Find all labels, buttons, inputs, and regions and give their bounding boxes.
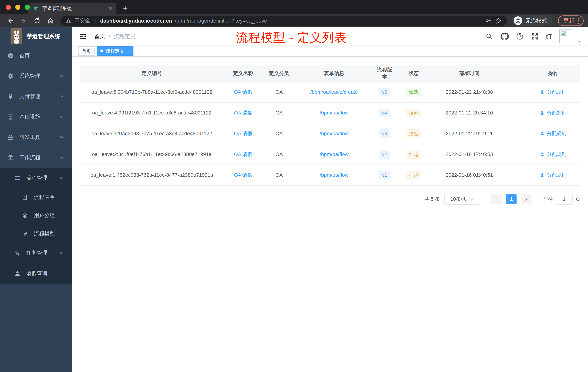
- assign-rule-button[interactable]: 分配规则: [540, 89, 567, 95]
- sidebar-item-label: 支付管理: [19, 93, 40, 100]
- page-size-select[interactable]: 10条/页: [444, 194, 480, 205]
- chevron-down-icon: [59, 135, 64, 140]
- new-tab-button[interactable]: +: [123, 4, 128, 13]
- assign-rule-button[interactable]: 分配规则: [540, 151, 567, 158]
- back-icon[interactable]: [4, 16, 16, 26]
- bookmark-star-icon[interactable]: [495, 17, 502, 24]
- assign-rule-button[interactable]: 分配规则: [540, 172, 567, 178]
- next-page-button[interactable]: ›: [521, 194, 531, 204]
- definition-category: OA: [263, 89, 295, 95]
- form-link[interactable]: /bpm/oa/flow: [320, 152, 348, 157]
- table-row: oa_leave:5:004b710b-7b8a-11ec-8ef0-acde4…: [80, 82, 580, 103]
- form-link[interactable]: /bpm/oa/flow: [320, 131, 348, 136]
- sidebar-item-process-form[interactable]: 流程表单: [0, 188, 72, 206]
- briefcase-icon: [7, 154, 14, 161]
- table-row: oa_leave:2:3c1f0ef1-76b1-11ec-9c66-a2380…: [80, 144, 580, 165]
- maximize-window-button[interactable]: [25, 5, 30, 10]
- main-area: 流程模型 - 定义列表 首页 / 流程定义: [72, 27, 588, 372]
- status-badge: 激活: [406, 88, 421, 97]
- table-row: oa_leave:3:1fad3d93-7b75-11ec-a3c8-acde4…: [80, 123, 580, 144]
- form-link[interactable]: /bpm/oa/leave/create: [310, 89, 358, 95]
- toolbox-icon: [7, 134, 14, 141]
- status-badge: 挂起: [406, 150, 421, 159]
- form-link[interactable]: /bpm/oa/flow: [320, 172, 348, 178]
- deploy-time: 2022-01-16 17:46:53: [431, 152, 508, 157]
- definition-id: oa_leave:5:004b710b-7b8a-11ec-8ef0-acde4…: [80, 89, 224, 95]
- hierarchy-icon: [14, 250, 21, 256]
- github-icon[interactable]: [500, 32, 509, 41]
- version-badge: v4: [379, 109, 390, 117]
- action-label: 分配规则: [547, 172, 567, 178]
- sidebar-item-label: 请假查询: [26, 270, 47, 277]
- tag-close-icon[interactable]: ×: [127, 48, 130, 54]
- sidebar-item-infrastructure[interactable]: 基础设施: [0, 107, 72, 127]
- goto-page-input[interactable]: 1: [556, 194, 573, 205]
- sidebar-item-process-model[interactable]: 流程模型: [0, 225, 72, 243]
- sidebar-item-workflow[interactable]: 工作流程: [0, 147, 72, 168]
- avatar[interactable]: [559, 30, 573, 43]
- hamburger-collapse-icon[interactable]: [79, 33, 87, 40]
- robot-face-icon: [22, 212, 28, 219]
- column-header: 表单信息: [295, 70, 373, 77]
- window-controls[interactable]: [6, 5, 30, 10]
- definition-name-link[interactable]: OA 请假: [234, 130, 252, 137]
- help-icon[interactable]: [516, 32, 524, 41]
- definition-category: OA: [263, 172, 295, 178]
- action-label: 分配规则: [547, 130, 567, 137]
- definition-name-link[interactable]: OA 请假: [234, 172, 252, 178]
- close-window-button[interactable]: [6, 5, 11, 10]
- browser-menu-icon[interactable]: [578, 18, 579, 24]
- sidebar-item-leave-query[interactable]: 请假查询: [0, 263, 72, 284]
- definition-name-link[interactable]: OA 请假: [234, 89, 252, 96]
- breadcrumb-home[interactable]: 首页: [94, 33, 105, 40]
- definition-name-link[interactable]: OA 请假: [234, 109, 252, 116]
- sidebar-item-payment[interactable]: ¥ 支付管理: [0, 86, 72, 107]
- table-header-row: 定义编号 定义名称 定义分类 表单信息 流程版本 状态 部署时间 操作: [80, 65, 580, 82]
- browser-tab[interactable]: 芋道管理系统 ×: [28, 2, 116, 14]
- sidebar-item-label: 流程表单: [34, 194, 55, 201]
- home-icon[interactable]: [45, 16, 56, 26]
- red-annotation-title: 流程模型 - 定义列表: [236, 30, 347, 46]
- search-icon[interactable]: [485, 33, 493, 40]
- column-header: 定义编号: [80, 70, 224, 77]
- screen: 芋道管理系统 × + 不安全 dashboard.yudao.iocoder.c…: [0, 0, 588, 372]
- form-link[interactable]: /bpm/oa/flow: [320, 110, 348, 116]
- reload-icon[interactable]: [31, 16, 43, 26]
- prev-page-button[interactable]: ‹: [491, 194, 502, 204]
- sidebar-item-label: 基础设施: [19, 113, 40, 120]
- form-edit-icon: [22, 194, 28, 201]
- tab-close-icon[interactable]: ×: [109, 5, 112, 11]
- sidebar-item-label: 首页: [19, 52, 30, 59]
- page-number-1[interactable]: 1: [506, 194, 516, 204]
- definition-name-link[interactable]: OA 请假: [234, 151, 252, 158]
- minimize-window-button[interactable]: [15, 5, 20, 10]
- definition-category: OA: [263, 152, 295, 157]
- sidebar-item-user-group[interactable]: 用户分组: [0, 206, 72, 225]
- definition-id: oa_leave:3:1fad3d93-7b75-11ec-a3c8-acde4…: [80, 131, 224, 136]
- action-label: 分配规则: [547, 109, 567, 116]
- chevron-up-icon: [59, 175, 64, 181]
- sidebar-item-label: 工作流程: [19, 154, 40, 161]
- update-button[interactable]: 更新: [558, 15, 584, 26]
- assign-rule-button[interactable]: 分配规则: [540, 130, 567, 137]
- avatar-caret-down-icon[interactable]: [578, 40, 581, 43]
- tag-label: 首页: [82, 48, 91, 54]
- sidebar-item-process-management[interactable]: 流程管理: [0, 168, 72, 188]
- security-label[interactable]: 不安全: [74, 17, 90, 24]
- fullscreen-icon[interactable]: [531, 33, 539, 40]
- sidebar-item-home[interactable]: 首页: [0, 45, 72, 66]
- assign-rule-button[interactable]: 分配规则: [540, 109, 567, 116]
- tag-home[interactable]: 首页: [78, 46, 94, 56]
- deploy-time: 2022-01-22 19:19:11: [431, 131, 508, 136]
- pagination: 共 5 条 10条/页 ‹ 1 › 前往 1 页: [80, 194, 580, 205]
- sidebar-item-system[interactable]: 系统管理: [0, 66, 72, 86]
- font-size-icon[interactable]: tT: [546, 33, 552, 40]
- password-key-icon[interactable]: [485, 17, 492, 24]
- sidebar-item-dev-tools[interactable]: 研发工具: [0, 127, 72, 147]
- tag-process-definition[interactable]: 流程定义 ×: [97, 46, 134, 56]
- chevron-down-icon: [59, 114, 64, 119]
- url-bar[interactable]: 不安全 dashboard.yudao.iocoder.cn/bpm/manag…: [60, 16, 507, 26]
- sidebar-item-task-management[interactable]: 任务管理: [0, 243, 72, 263]
- column-header: 定义名称: [224, 70, 263, 77]
- forward-icon[interactable]: [18, 16, 30, 26]
